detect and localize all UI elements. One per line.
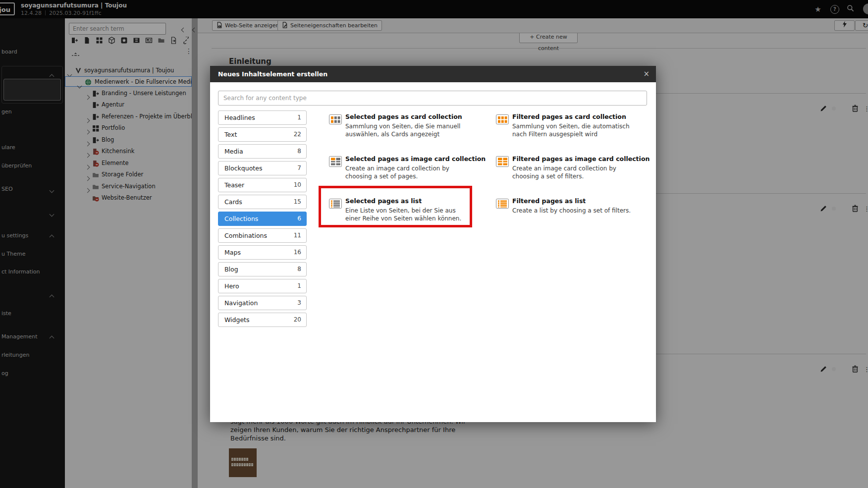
category-count: 8: [297, 148, 301, 155]
category-widgets[interactable]: Widgets20: [218, 313, 307, 327]
category-count: 22: [294, 131, 301, 138]
category-cards[interactable]: Cards15: [218, 195, 307, 209]
category-count: 20: [294, 316, 301, 323]
category-list: Headlines1 Text22 Media8 Blockquotes7 Te…: [218, 110, 307, 329]
element-filtered-pages-as-list[interactable]: Filtered pages as list Create a list by …: [488, 192, 637, 232]
category-count: 8: [297, 266, 301, 272]
category-combinations[interactable]: Combinations11: [218, 228, 307, 243]
close-icon[interactable]: ×: [643, 66, 650, 82]
element-filtered-pages-as-image-card-collection[interactable]: Filtered pages as image card collection …: [488, 150, 637, 190]
card-collection-icon: [495, 112, 509, 126]
element-description: Sammlung von Seiten, die automatisch nac…: [512, 122, 638, 138]
element-description: Create an image card collection by choos…: [345, 164, 471, 180]
modal-title: Neues Inhaltselement erstellen: [218, 66, 327, 82]
content-type-search-input[interactable]: [218, 91, 647, 106]
category-blog[interactable]: Blog8: [218, 262, 307, 276]
element-filtered-pages-as-card-collection[interactable]: Filtered pages as card collection Sammlu…: [488, 108, 637, 148]
element-selected-pages-as-card-collection[interactable]: Selected pages as card collection Sammlu…: [321, 108, 470, 148]
category-blockquotes[interactable]: Blockquotes7: [218, 161, 307, 175]
app: toujou soyagunsarufutsumura | Toujou 12.…: [0, 0, 868, 488]
category-count: 15: [294, 198, 301, 205]
category-count: 6: [297, 215, 301, 222]
element-title: Filtered pages as list: [512, 197, 586, 205]
category-hero[interactable]: Hero1: [218, 279, 307, 293]
card-collection-icon: [328, 112, 342, 126]
category-count: 16: [294, 249, 301, 256]
category-teaser[interactable]: Teaser10: [218, 178, 307, 192]
modal-header: Neues Inhaltselement erstellen ×: [210, 66, 656, 82]
new-content-element-modal: Neues Inhaltselement erstellen × Headlin…: [210, 66, 656, 422]
category-count: 10: [294, 181, 301, 188]
list-icon: [495, 197, 509, 211]
category-navigation[interactable]: Navigation3: [218, 296, 307, 310]
category-media[interactable]: Media8: [218, 144, 307, 159]
element-description: Create an image card collection by choos…: [512, 164, 638, 180]
category-count: 3: [297, 299, 301, 306]
element-title: Filtered pages as image card collection: [512, 155, 650, 163]
element-description: Eine Liste von Seiten, bei der Sie aus e…: [345, 207, 471, 222]
category-count: 7: [297, 164, 301, 171]
category-count: 1: [297, 114, 301, 121]
modal-body: Headlines1 Text22 Media8 Blockquotes7 Te…: [210, 82, 656, 422]
category-count: 1: [297, 282, 301, 289]
element-selected-pages-as-image-card-collection[interactable]: Selected pages as image card collection …: [321, 150, 470, 190]
element-title: Selected pages as list: [345, 197, 422, 205]
category-maps[interactable]: Maps16: [218, 245, 307, 260]
element-description: Sammlung von Seiten, die Sie manuell aus…: [345, 122, 471, 138]
element-title: Selected pages as card collection: [345, 113, 462, 120]
element-description: Create a list by choosing a set of filte…: [512, 207, 638, 215]
image-card-collection-icon: [328, 155, 342, 168]
category-headlines[interactable]: Headlines1: [218, 110, 307, 125]
category-collections[interactable]: Collections6: [218, 212, 307, 226]
list-icon: [328, 197, 342, 211]
element-selected-pages-as-list[interactable]: Selected pages as list Eine Liste von Se…: [321, 192, 470, 232]
category-count: 11: [294, 232, 301, 239]
element-title: Filtered pages as card collection: [512, 113, 626, 120]
element-title: Selected pages as image card collection: [345, 155, 486, 163]
image-card-collection-icon: [495, 155, 509, 168]
category-text[interactable]: Text22: [218, 127, 307, 142]
